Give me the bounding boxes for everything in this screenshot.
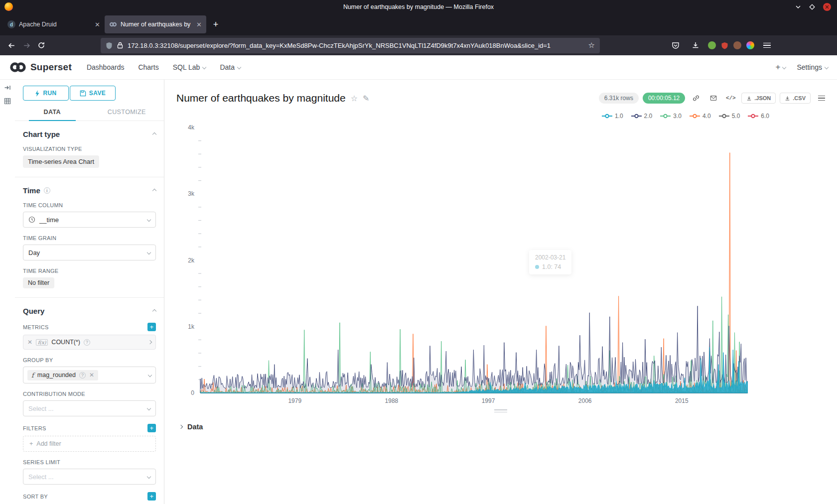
time-grain-label: TIME GRAIN: [23, 235, 156, 241]
bookmark-star-icon[interactable]: ☆: [588, 41, 595, 50]
nav-dashboards[interactable]: Dashboards: [87, 63, 125, 71]
tab-customize[interactable]: CUSTOMIZE: [90, 109, 164, 121]
add-sort-by-button[interactable]: +: [147, 492, 156, 501]
nav-data[interactable]: Data: [220, 63, 241, 71]
superset-logo[interactable]: Superset: [9, 62, 72, 73]
svg-text:4k: 4k: [188, 124, 195, 131]
window-titlebar: Numer of earthquakes by magnitude — Mozi…: [0, 0, 837, 13]
add-filter-plus-button[interactable]: +: [147, 424, 156, 432]
timeseries-chart[interactable]: 01k2k3k4k19791988199720062015: [174, 121, 752, 407]
time-range-button[interactable]: No filter: [23, 277, 54, 288]
extension-icon-4[interactable]: [746, 41, 754, 49]
lock-icon[interactable]: [117, 42, 123, 49]
downloads-icon[interactable]: [688, 38, 703, 53]
metric-count-option[interactable]: ✕ f(x) COUNT(*) ?: [23, 335, 156, 350]
section-query[interactable]: Query: [23, 307, 156, 315]
groupby-chip-mag-rounded[interactable]: f mag_rounded ? ✕: [27, 370, 98, 380]
nav-charts[interactable]: Charts: [138, 63, 158, 71]
tab-close-icon[interactable]: ✕: [196, 21, 202, 28]
download-icon: [785, 96, 790, 101]
save-icon: [80, 90, 86, 97]
export-json-button[interactable]: .JSON: [741, 93, 776, 104]
svg-text:2015: 2015: [675, 397, 689, 404]
extension-icon-3[interactable]: [733, 41, 741, 49]
window-title: Numer of earthquakes by magnitude — Mozi…: [0, 3, 837, 10]
email-icon[interactable]: [706, 92, 720, 105]
window-minimize-button[interactable]: [795, 4, 801, 10]
url-bar[interactable]: 172.18.0.3:32108/superset/explore/?form_…: [101, 38, 600, 53]
legend-item-6.0[interactable]: 6.0: [748, 113, 769, 120]
contribution-mode-select[interactable]: Select ...: [23, 400, 156, 416]
group-by-select[interactable]: f mag_rounded ? ✕: [23, 367, 156, 383]
reload-button[interactable]: [34, 38, 49, 53]
viz-type-button[interactable]: Time-series Area Chart: [23, 155, 99, 168]
tab-data[interactable]: DATA: [15, 109, 90, 121]
svg-text:1997: 1997: [482, 397, 495, 404]
chart-menu-icon[interactable]: [815, 92, 828, 105]
chart-title: Numer of earthquakes by magnitude: [176, 92, 346, 104]
export-csv-button[interactable]: .CSV: [780, 93, 811, 104]
settings-menu[interactable]: Settings: [797, 63, 828, 71]
browser-tab-superset[interactable]: Numer of earthquakes by ✕: [105, 15, 206, 33]
back-button[interactable]: [4, 38, 19, 53]
collapse-panel-icon[interactable]: [4, 84, 11, 91]
chevron-down-icon: [202, 65, 206, 69]
clock-icon: [28, 216, 35, 223]
time-grain-select[interactable]: Day: [23, 245, 156, 260]
caret-right-icon[interactable]: [148, 340, 152, 344]
legend-item-4.0[interactable]: 4.0: [690, 113, 711, 120]
remove-chip-icon[interactable]: ✕: [89, 372, 94, 378]
contribution-mode-label: CONTRIBUTION MODE: [23, 391, 156, 397]
extension-icon-1[interactable]: [708, 41, 716, 49]
panel-tabs: DATA CUSTOMIZE: [15, 109, 164, 121]
panel-resize-handle[interactable]: [493, 408, 508, 414]
caret-right-icon: [179, 425, 183, 429]
extension-icon-2[interactable]: [721, 42, 728, 49]
embed-code-icon[interactable]: </>: [724, 92, 737, 105]
new-item-button[interactable]: +: [775, 62, 786, 72]
section-time[interactable]: Timei: [23, 186, 156, 195]
time-column-select[interactable]: __time: [23, 212, 156, 228]
chevron-down-icon: [825, 65, 829, 69]
pocket-icon[interactable]: [668, 38, 683, 53]
legend-marker-icon: [748, 114, 758, 119]
edit-title-icon[interactable]: ✎: [363, 94, 369, 103]
share-link-icon[interactable]: [689, 92, 702, 105]
nav-sql-lab[interactable]: SQL Lab: [173, 63, 206, 71]
chevron-down-icon: [147, 251, 151, 254]
add-metric-button[interactable]: +: [147, 323, 156, 331]
legend-marker-icon: [631, 114, 642, 119]
help-icon: ?: [79, 372, 86, 378]
window-maximize-button[interactable]: [809, 4, 815, 10]
data-panel-toggle[interactable]: Data: [172, 414, 829, 431]
legend-item-2.0[interactable]: 2.0: [631, 113, 653, 120]
tracking-protection-shield-icon[interactable]: [106, 42, 113, 49]
legend-item-1.0[interactable]: 1.0: [602, 113, 623, 120]
new-tab-button[interactable]: +: [208, 17, 223, 32]
add-filter-dropzone[interactable]: + Add filter: [23, 436, 156, 452]
legend-item-5.0[interactable]: 5.0: [719, 113, 740, 120]
browser-tab-druid[interactable]: d Apache Druid ✕: [3, 15, 105, 33]
legend-marker-icon: [690, 114, 700, 119]
group-by-label: GROUP BY: [23, 357, 156, 363]
function-icon: f: [31, 372, 34, 379]
chart-container: 01k2k3k4k19791988199720062015 2002-03-21…: [172, 121, 829, 407]
superset-header: Superset Dashboards Charts SQL Lab Data …: [0, 55, 837, 80]
window-close-button[interactable]: [823, 3, 831, 11]
filters-label: FILTERS +: [23, 424, 156, 432]
forward-button[interactable]: [19, 38, 34, 53]
save-button[interactable]: SAVE: [70, 86, 116, 101]
chevron-up-icon: [152, 132, 156, 136]
legend-item-3.0[interactable]: 3.0: [660, 113, 682, 120]
url-text[interactable]: 172.18.0.3:32108/superset/explore/?form_…: [128, 42, 584, 49]
series-limit-select[interactable]: Select ...: [23, 469, 156, 485]
browser-menu-icon[interactable]: [759, 38, 774, 53]
run-button[interactable]: RUN: [23, 86, 69, 101]
svg-text:1979: 1979: [288, 397, 301, 404]
favorite-star-icon[interactable]: ☆: [351, 94, 358, 103]
section-chart-type[interactable]: Chart type: [23, 130, 156, 138]
tab-close-icon[interactable]: ✕: [95, 21, 100, 28]
metrics-label: METRICS +: [23, 323, 156, 331]
dataset-grid-icon[interactable]: [4, 98, 11, 105]
remove-metric-icon[interactable]: ✕: [27, 339, 32, 345]
